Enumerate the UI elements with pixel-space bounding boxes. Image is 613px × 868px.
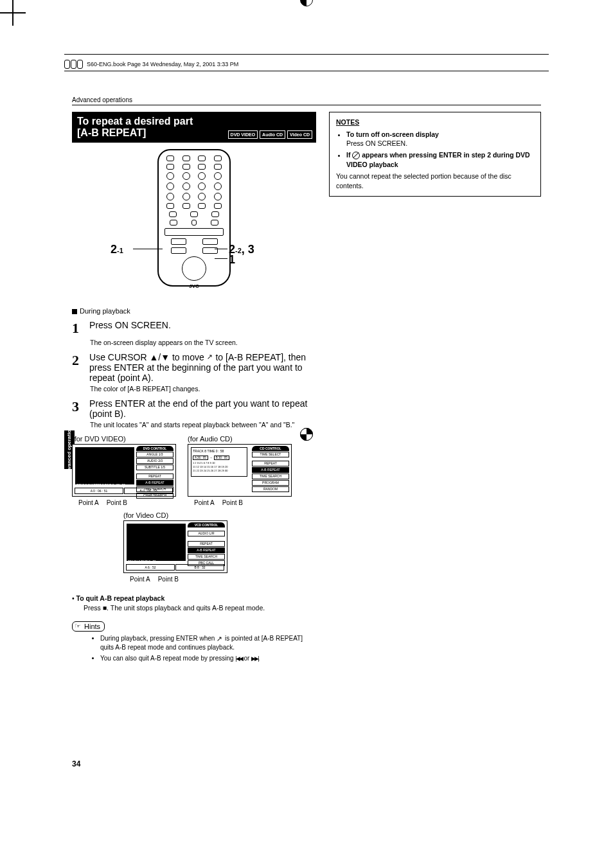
step-num-2: 2 bbox=[72, 352, 87, 369]
callout-line-left bbox=[133, 249, 163, 249]
remote-diagram: JVC 2-1 2-2, 3 1 bbox=[72, 149, 316, 297]
section-label: Advanced operations bbox=[72, 96, 541, 103]
step-2-sub: The color of [A-B REPEAT] changes. bbox=[90, 384, 316, 393]
step-3-head: Press ENTER at the end of the part you w… bbox=[89, 398, 315, 419]
badge-vcd: Video CD bbox=[287, 130, 312, 139]
during-playback: During playback bbox=[72, 307, 316, 315]
title-bar: To repeat a desired part [A-B REPEAT] DV… bbox=[72, 112, 316, 143]
step-2-head: Use CURSOR ▲/▼ to move to [A-B REPEAT], … bbox=[89, 352, 315, 383]
hints-list: During playback, pressing ENTER when is … bbox=[75, 634, 316, 663]
vcd-point-b: Point B bbox=[158, 576, 179, 583]
step-num-1: 1 bbox=[72, 320, 87, 337]
callout-2-1: 2-1 bbox=[111, 243, 123, 256]
skip-back-icon: |◀◀ bbox=[235, 655, 242, 662]
note-2: If appears when pressing ENTER in step 2… bbox=[346, 150, 534, 169]
acd-display-label: (for Audio CD) bbox=[188, 435, 292, 443]
title-line-1: To repeat a desired part bbox=[77, 116, 311, 127]
vcd-display: VCD CONTROL AUDIO L/R REPEAT A-B REPEAT … bbox=[123, 520, 227, 573]
notes-header: NOTES bbox=[336, 118, 534, 127]
section-rule bbox=[72, 105, 541, 105]
badge-dvd: DVD VIDEO bbox=[228, 130, 258, 139]
header-line-2 bbox=[64, 71, 549, 71]
notes-last: You cannot repeat the selected portion b… bbox=[336, 172, 534, 190]
quit-head: • To quit A-B repeat playback bbox=[72, 594, 316, 602]
book-header: S60-ENG.book Page 34 Wednesday, May 2, 2… bbox=[64, 60, 238, 69]
callout-line-r1 bbox=[215, 249, 227, 249]
quit-body: Press ■. The unit stops playback and qui… bbox=[84, 603, 316, 613]
acd-display: TRACK 8 TIME 0 : 58 A 26 : 05 → B 30 : 0… bbox=[188, 444, 292, 497]
page-number: 34 bbox=[72, 759, 80, 768]
hint-2: You can also quit A-B repeat mode by pre… bbox=[100, 654, 316, 663]
dvd-display: DVD CONTROL ANGLE 1/3 AUDIO 2/3 SUBTITLE… bbox=[72, 444, 176, 497]
vcd-display-label: (for Video CD) bbox=[123, 511, 316, 519]
pointer-icon bbox=[217, 635, 223, 643]
step-3-sub: The unit locates "A" and starts repeat p… bbox=[90, 420, 316, 429]
acd-point-a: Point A bbox=[194, 499, 215, 506]
notes-box: NOTES To turn off on-screen display Pres… bbox=[329, 112, 541, 197]
pointer-icon bbox=[207, 354, 213, 362]
remote-brand: JVC bbox=[159, 283, 229, 289]
callout-1: 1 bbox=[229, 253, 235, 267]
note-1: To turn off on-screen display Press ON S… bbox=[346, 130, 534, 148]
step-1-sub: The on-screen display appears on the TV … bbox=[90, 338, 316, 347]
badge-acd: Audio CD bbox=[260, 130, 285, 139]
hints-label: Hints bbox=[72, 621, 105, 632]
vcd-point-a: Point A bbox=[130, 576, 150, 583]
dvd-point-b: Point B bbox=[107, 499, 127, 506]
dvd-display-label: (for DVD VIDEO) bbox=[72, 435, 176, 443]
callout-line-r2 bbox=[215, 258, 227, 259]
hint-1: During playback, pressing ENTER when is … bbox=[100, 634, 316, 651]
dvd-point-a: Point A bbox=[78, 499, 99, 506]
prohibit-icon bbox=[352, 152, 360, 159]
skip-fwd-icon: ▶▶| bbox=[251, 655, 258, 662]
step-num-3: 3 bbox=[72, 398, 87, 415]
header-line bbox=[64, 54, 549, 55]
acd-point-b: Point B bbox=[222, 499, 243, 506]
step-1-head: Press ON SCREEN. bbox=[89, 320, 315, 330]
book-header-text: S60-ENG.book Page 34 Wednesday, May 2, 2… bbox=[87, 61, 238, 67]
